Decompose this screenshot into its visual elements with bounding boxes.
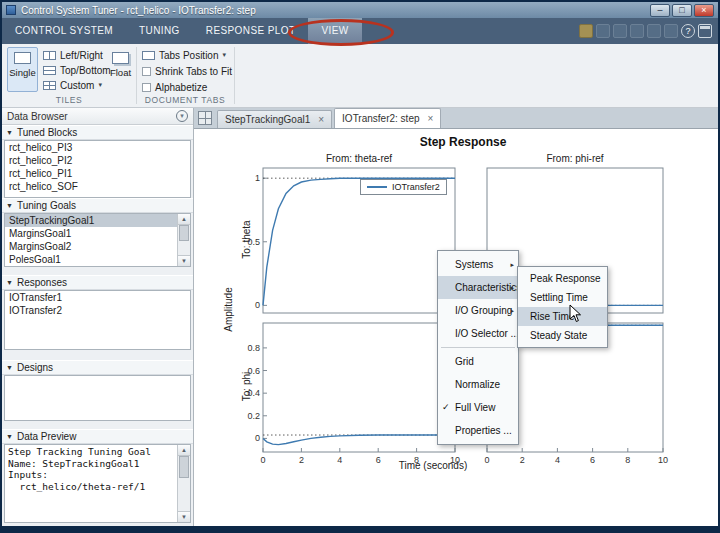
list-item[interactable]: StepTrackingGoal1 <box>5 214 177 227</box>
tab-view[interactable]: VIEW <box>308 18 361 44</box>
list-item[interactable]: MarginsGoal2 <box>5 240 177 253</box>
close-button[interactable]: × <box>694 4 714 17</box>
data-browser-header: Data Browser ▾ <box>2 108 193 125</box>
list-item[interactable]: rct_helico_PI3 <box>5 141 190 154</box>
tiles-section-label: TILES <box>2 95 136 105</box>
help-icon[interactable]: ? <box>681 24 695 38</box>
svg-text:2: 2 <box>299 455 304 465</box>
data-browser-panel: Data Browser ▾ ▼ Tuned Blocks rct_helico… <box>2 108 194 526</box>
left-right-button[interactable]: Left/Right <box>43 48 103 62</box>
menu-item-grid[interactable]: Grid <box>438 350 518 373</box>
copy-icon[interactable] <box>630 24 644 38</box>
designs-list[interactable] <box>4 375 191 421</box>
menu-item-systems[interactable]: Systems ▸ <box>438 253 518 276</box>
menu-item-properties[interactable]: Properties ... <box>438 419 518 442</box>
list-item[interactable]: IOTransfer2 <box>5 304 190 317</box>
submenu-arrow-icon: ▸ <box>510 253 514 276</box>
tab-control-system[interactable]: CONTROL SYSTEM <box>2 18 126 44</box>
menu-item-peak-response[interactable]: Peak Response <box>518 269 607 288</box>
single-tile-button[interactable]: Single <box>7 47 38 92</box>
doc-tab-iotransfer2-step[interactable]: IOTransfer2: step × <box>334 108 441 128</box>
svg-text:0: 0 <box>484 455 489 465</box>
minimize-button[interactable]: – <box>650 4 670 17</box>
plot-legend[interactable]: IOTransfer2 <box>360 179 447 195</box>
window-title: Control System Tuner - rct_helico - IOTr… <box>21 5 256 16</box>
scrollbar[interactable]: ▲ ▼ <box>177 214 190 266</box>
checkbox-icon <box>142 83 151 92</box>
redo-icon[interactable] <box>664 24 678 38</box>
svg-text:2: 2 <box>520 455 525 465</box>
panel-menu-icon[interactable]: ▾ <box>176 110 188 122</box>
single-pane-icon <box>14 52 31 64</box>
scrollbar[interactable]: ▲ ▼ <box>177 445 190 522</box>
tuning-goals-list: StepTrackingGoal1 MarginsGoal1 MarginsGo… <box>4 213 191 267</box>
collapse-icon: ▼ <box>6 202 13 209</box>
menu-item-normalize[interactable]: Normalize <box>438 373 518 396</box>
close-icon[interactable]: × <box>318 115 324 125</box>
tabs-position-icon <box>142 51 155 60</box>
list-item[interactable]: rct_helico_SOF <box>5 180 190 193</box>
menu-item-settling-time[interactable]: Settling Time <box>518 288 607 307</box>
scroll-up-icon[interactable]: ▲ <box>178 214 190 225</box>
list-item[interactable]: rct_helico_PI2 <box>5 154 190 167</box>
float-button[interactable]: Float <box>105 47 136 92</box>
open-icon[interactable] <box>579 24 593 38</box>
svg-text:0.6: 0.6 <box>247 366 260 376</box>
scrollbar-thumb[interactable] <box>179 456 189 478</box>
scroll-down-icon[interactable]: ▼ <box>178 255 190 266</box>
menu-item-characteristics[interactable]: Characteristics ▸ <box>438 276 518 299</box>
list-item[interactable]: rct_helico_PI1 <box>5 167 190 180</box>
data-preview-section-header[interactable]: ▼ Data Preview <box>2 429 193 444</box>
maximize-button[interactable]: □ <box>672 4 692 17</box>
custom-tiles-button[interactable]: Custom ▾ <box>43 78 102 92</box>
app-icon <box>6 5 16 15</box>
collapse-icon: ▼ <box>6 364 13 371</box>
svg-text:0.2: 0.2 <box>247 411 260 421</box>
doc-tab-steptrackinggoal1[interactable]: StepTrackingGoal1 × <box>217 110 332 128</box>
list-item[interactable]: IOTransfer1 <box>5 291 190 304</box>
scroll-up-icon[interactable]: ▲ <box>178 445 190 456</box>
legend-label: IOTransfer2 <box>392 182 440 192</box>
menu-item-rise-time[interactable]: Rise Time <box>518 307 607 326</box>
alphabetize-checkbox[interactable]: Alphabetize <box>142 80 207 94</box>
tab-tuning[interactable]: TUNING <box>126 18 193 44</box>
preview-line: Name: StepTrackingGoal1 <box>8 458 176 470</box>
preview-line: rct_helico/theta-ref/1 <box>8 481 176 493</box>
svg-text:10: 10 <box>450 455 460 465</box>
chevron-down-icon: ▾ <box>98 81 102 89</box>
menu-item-steady-state[interactable]: Steady State <box>518 326 607 345</box>
tabs-position-button[interactable]: Tabs Position ▾ <box>142 48 226 62</box>
ribbon: Single Left/Right Top/Bottom Custom ▾ Fl… <box>2 44 718 108</box>
list-item[interactable]: PolesGoal1 <box>5 253 177 266</box>
scrollbar-thumb[interactable] <box>179 225 189 241</box>
top-bottom-icon <box>43 66 56 75</box>
shrink-tabs-checkbox[interactable]: Shrink Tabs to Fit <box>142 64 232 78</box>
menu-item-io-selector[interactable]: I/O Selector ... <box>438 322 518 345</box>
svg-text:0.5: 0.5 <box>247 237 260 247</box>
undo-icon[interactable] <box>647 24 661 38</box>
svg-text:6: 6 <box>376 455 381 465</box>
tuned-blocks-section-header[interactable]: ▼ Tuned Blocks <box>2 125 193 140</box>
designs-section-header[interactable]: ▼ Designs <box>2 360 193 375</box>
characteristics-submenu: Peak Response Settling Time Rise Time St… <box>517 266 608 348</box>
tab-response-plot[interactable]: RESPONSE PLOT <box>193 18 309 44</box>
menu-item-io-grouping[interactable]: I/O Grouping ▸ <box>438 299 518 322</box>
close-icon[interactable]: × <box>428 114 434 124</box>
chevron-down-icon: ▾ <box>222 51 226 59</box>
svg-text:0.4: 0.4 <box>247 388 260 398</box>
tile-layout-icon[interactable] <box>198 111 212 125</box>
save-icon[interactable] <box>596 24 610 38</box>
menu-item-full-view[interactable]: ✓ Full View <box>438 396 518 419</box>
tuning-goals-section-header[interactable]: ▼ Tuning Goals <box>2 198 193 213</box>
dock-icon[interactable] <box>698 24 712 38</box>
single-label: Single <box>9 67 35 78</box>
top-bottom-button[interactable]: Top/Bottom <box>43 63 111 77</box>
list-item[interactable]: MarginsGoal1 <box>5 227 177 240</box>
collapse-icon: ▼ <box>6 433 13 440</box>
responses-section-header[interactable]: ▼ Responses <box>2 275 193 290</box>
check-icon: ✓ <box>442 396 450 419</box>
plot-context-menu: Systems ▸ Characteristics ▸ I/O Grouping… <box>437 250 519 445</box>
scroll-down-icon[interactable]: ▼ <box>178 511 190 522</box>
svg-text:8: 8 <box>625 455 630 465</box>
cut-icon[interactable] <box>613 24 627 38</box>
